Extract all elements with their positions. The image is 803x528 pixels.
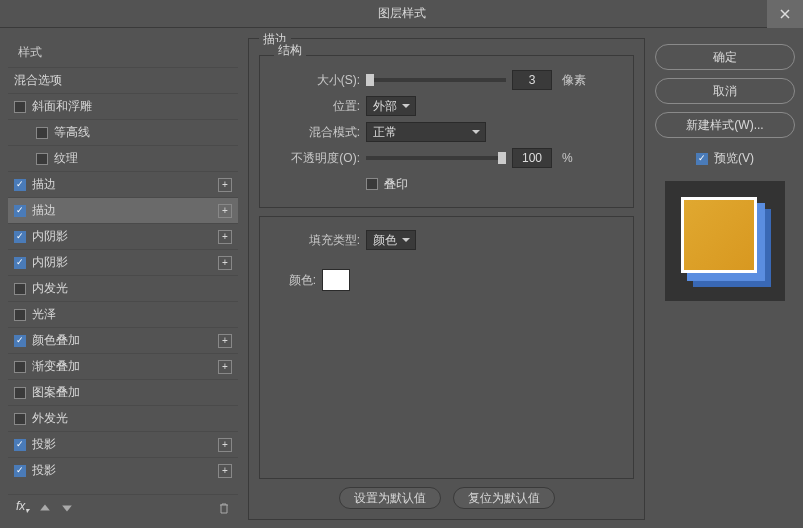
preview-checkbox[interactable] (696, 153, 708, 165)
style-row[interactable]: 内发光 (8, 275, 238, 301)
position-dropdown[interactable]: 外部 (366, 96, 416, 116)
add-effect-button[interactable]: + (218, 230, 232, 244)
color-row: 颜色: (270, 267, 623, 293)
add-effect-button[interactable]: + (218, 360, 232, 374)
window-title: 图层样式 (378, 5, 426, 22)
opacity-slider[interactable] (366, 156, 506, 160)
color-swatch[interactable] (322, 269, 350, 291)
arrow-down-icon[interactable] (61, 502, 73, 514)
style-checkbox[interactable] (14, 309, 26, 321)
preview-thumbnail (665, 181, 785, 301)
position-label: 位置: (270, 98, 360, 115)
style-label: 描边 (32, 202, 212, 219)
style-row[interactable]: 斜面和浮雕 (8, 93, 238, 119)
style-label: 投影 (32, 462, 212, 479)
fill-type-dropdown[interactable]: 颜色 (366, 230, 416, 250)
add-effect-button[interactable]: + (218, 178, 232, 192)
style-row[interactable]: 等高线 (8, 119, 238, 145)
position-row: 位置: 外部 (270, 93, 623, 119)
style-row[interactable]: 光泽 (8, 301, 238, 327)
reset-default-button[interactable]: 复位为默认值 (453, 487, 555, 509)
overprint-checkbox[interactable] (366, 178, 378, 190)
style-checkbox[interactable] (36, 153, 48, 165)
fx-icon[interactable]: fx▾ (16, 499, 29, 515)
size-input[interactable] (512, 70, 552, 90)
style-row[interactable]: 纹理 (8, 145, 238, 171)
style-checkbox[interactable] (14, 205, 26, 217)
style-row[interactable]: 描边+ (8, 197, 238, 223)
style-label: 投影 (32, 436, 212, 453)
style-checkbox[interactable] (14, 413, 26, 425)
color-label: 颜色: (270, 272, 316, 289)
close-button[interactable] (767, 0, 803, 28)
preview-label: 预览(V) (714, 150, 754, 167)
titlebar: 图层样式 (0, 0, 803, 28)
new-style-button[interactable]: 新建样式(W)... (655, 112, 795, 138)
settings-panel: 描边 结构 大小(S): 像素 位置: 外部 混合模式: (248, 38, 645, 520)
size-slider[interactable] (366, 78, 506, 82)
blend-mode-label: 混合模式: (270, 124, 360, 141)
style-label: 描边 (32, 176, 212, 193)
size-label: 大小(S): (270, 72, 360, 89)
style-label: 图案叠加 (32, 384, 232, 401)
fill-type-label: 填充类型: (270, 232, 360, 249)
styles-header: 样式 (8, 38, 238, 67)
style-row[interactable]: 描边+ (8, 171, 238, 197)
blend-mode-dropdown[interactable]: 正常 (366, 122, 486, 142)
style-checkbox[interactable] (14, 257, 26, 269)
arrow-up-icon[interactable] (39, 502, 51, 514)
blend-options-row[interactable]: 混合选项 (8, 67, 238, 93)
cancel-button[interactable]: 取消 (655, 78, 795, 104)
styles-list: 斜面和浮雕等高线纹理描边+描边+内阴影+内阴影+内发光光泽颜色叠加+渐变叠加+图… (8, 93, 238, 494)
style-checkbox[interactable] (14, 361, 26, 373)
add-effect-button[interactable]: + (218, 204, 232, 218)
stroke-fieldset: 描边 结构 大小(S): 像素 位置: 外部 混合模式: (248, 38, 645, 520)
style-checkbox[interactable] (14, 101, 26, 113)
ok-button[interactable]: 确定 (655, 44, 795, 70)
style-label: 斜面和浮雕 (32, 98, 232, 115)
style-label: 等高线 (54, 124, 232, 141)
style-row[interactable]: 外发光 (8, 405, 238, 431)
slider-thumb-icon (498, 152, 506, 164)
add-effect-button[interactable]: + (218, 464, 232, 478)
style-row[interactable]: 投影+ (8, 457, 238, 483)
style-checkbox[interactable] (14, 283, 26, 295)
set-default-button[interactable]: 设置为默认值 (339, 487, 441, 509)
fill-group: 填充类型: 颜色 颜色: (259, 216, 634, 479)
opacity-input[interactable] (512, 148, 552, 168)
style-label: 外发光 (32, 410, 232, 427)
overprint-row: 叠印 (270, 171, 623, 197)
opacity-row: 不透明度(O): % (270, 145, 623, 171)
styles-bottom-bar: fx▾ (8, 494, 238, 520)
style-checkbox[interactable] (14, 179, 26, 191)
action-panel: 确定 取消 新建样式(W)... 预览(V) (655, 38, 795, 520)
style-checkbox[interactable] (36, 127, 48, 139)
add-effect-button[interactable]: + (218, 256, 232, 270)
blend-mode-row: 混合模式: 正常 (270, 119, 623, 145)
structure-group: 结构 大小(S): 像素 位置: 外部 混合模式: 正常 (259, 55, 634, 208)
add-effect-button[interactable]: + (218, 334, 232, 348)
style-row[interactable]: 投影+ (8, 431, 238, 457)
opacity-label: 不透明度(O): (270, 150, 360, 167)
blend-options-label: 混合选项 (14, 72, 232, 89)
style-row[interactable]: 渐变叠加+ (8, 353, 238, 379)
style-label: 纹理 (54, 150, 232, 167)
style-label: 内阴影 (32, 254, 212, 271)
style-row[interactable]: 图案叠加 (8, 379, 238, 405)
trash-icon[interactable] (218, 502, 230, 514)
style-checkbox[interactable] (14, 231, 26, 243)
style-row[interactable]: 颜色叠加+ (8, 327, 238, 353)
style-row[interactable]: 内阴影+ (8, 223, 238, 249)
style-checkbox[interactable] (14, 387, 26, 399)
style-checkbox[interactable] (14, 335, 26, 347)
preview-layer-icon (681, 197, 757, 273)
default-buttons: 设置为默认值 复位为默认值 (259, 487, 634, 509)
overprint-label: 叠印 (384, 176, 408, 193)
size-unit: 像素 (562, 72, 586, 89)
style-checkbox[interactable] (14, 439, 26, 451)
preview-row: 预览(V) (655, 150, 795, 167)
style-row[interactable]: 内阴影+ (8, 249, 238, 275)
styles-panel: 样式 混合选项 斜面和浮雕等高线纹理描边+描边+内阴影+内阴影+内发光光泽颜色叠… (8, 38, 238, 520)
style-checkbox[interactable] (14, 465, 26, 477)
add-effect-button[interactable]: + (218, 438, 232, 452)
